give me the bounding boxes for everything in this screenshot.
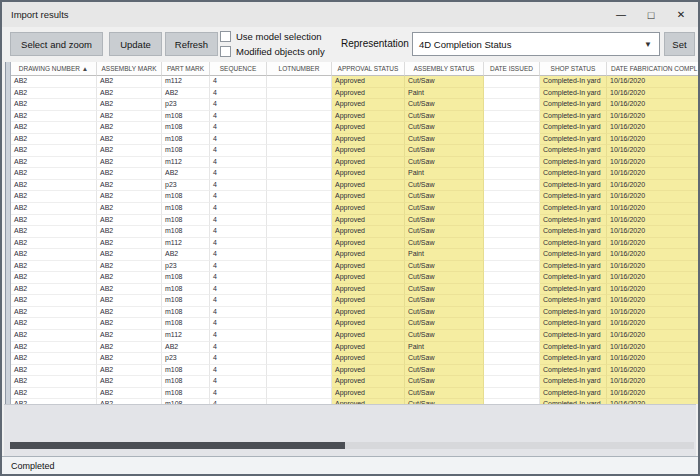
table-row[interactable]: AB2AB2m1084ApprovedCut/SawCompleted-In y… bbox=[11, 122, 699, 134]
import-results-window: Import results — □ ✕ Select and zoom Upd… bbox=[0, 0, 700, 476]
column-header-part-mark[interactable]: PART MARK bbox=[162, 62, 210, 76]
table-row[interactable]: AB2AB2m1124ApprovedCut/SawCompleted-In y… bbox=[11, 76, 699, 88]
table-row[interactable]: AB2AB2m1084ApprovedCut/SawCompleted-In y… bbox=[11, 272, 699, 284]
cell: 4 bbox=[210, 238, 267, 250]
update-button[interactable]: Update bbox=[109, 32, 162, 56]
close-icon[interactable]: ✕ bbox=[666, 2, 696, 27]
table-row[interactable]: AB2AB2AB24ApprovedPaintCompleted-In yard… bbox=[11, 249, 699, 261]
table-row[interactable]: AB2AB2m1084ApprovedCut/SawCompleted-In y… bbox=[11, 203, 699, 215]
cell bbox=[267, 215, 332, 227]
table-row[interactable]: AB2AB2m1084ApprovedCut/SawCompleted-In y… bbox=[11, 376, 699, 388]
table-row[interactable]: AB2AB2p234ApprovedCut/SawCompleted-In ya… bbox=[11, 180, 699, 192]
column-header-date-issued[interactable]: DATE ISSUED bbox=[484, 62, 540, 76]
cell: Completed-In yard bbox=[540, 226, 607, 238]
table-row[interactable]: AB2AB2m1084ApprovedCut/SawCompleted-In y… bbox=[11, 226, 699, 238]
cell: 4 bbox=[210, 99, 267, 111]
column-header-shop-status[interactable]: SHOP STATUS bbox=[540, 62, 607, 76]
cell: 10/16/2020 bbox=[607, 272, 699, 284]
table-row[interactable]: AB2AB2AB24ApprovedPaintCompleted-In yard… bbox=[11, 342, 699, 354]
cell: Approved bbox=[332, 145, 405, 157]
table-row[interactable]: AB2AB2m1084ApprovedCut/SawCompleted-In y… bbox=[11, 318, 699, 330]
column-header-assembly-status[interactable]: ASSEMBLY STATUS bbox=[405, 62, 484, 76]
select-and-zoom-button[interactable]: Select and zoom bbox=[10, 32, 103, 56]
cell: AB2 bbox=[11, 238, 97, 250]
use-model-selection-checkbox[interactable] bbox=[220, 31, 231, 42]
table-row[interactable]: AB2AB2p234ApprovedCut/SawCompleted-In ya… bbox=[11, 99, 699, 111]
table-row[interactable]: AB2AB2m1124ApprovedCut/SawCompleted-In y… bbox=[11, 330, 699, 342]
cell: 10/16/2020 bbox=[607, 226, 699, 238]
cell: Completed-In yard bbox=[540, 191, 607, 203]
table-row[interactable]: AB2AB2m1124ApprovedCut/SawCompleted-In y… bbox=[11, 238, 699, 250]
column-header-lotnumber[interactable]: LOTNUMBER bbox=[267, 62, 332, 76]
cell: p23 bbox=[162, 180, 210, 192]
cell: 10/16/2020 bbox=[607, 238, 699, 250]
cell: Cut/Saw bbox=[405, 191, 484, 203]
table-row[interactable]: AB2AB2m1084ApprovedCut/SawCompleted-In y… bbox=[11, 284, 699, 296]
cell: Cut/Saw bbox=[405, 284, 484, 296]
cell bbox=[484, 203, 540, 215]
cell: 10/16/2020 bbox=[607, 388, 699, 400]
table-row[interactable]: AB2AB2p234ApprovedCut/SawCompleted-In ya… bbox=[11, 261, 699, 273]
cell bbox=[484, 226, 540, 238]
cell: 4 bbox=[210, 261, 267, 273]
cell: Cut/Saw bbox=[405, 376, 484, 388]
cell: m108 bbox=[162, 134, 210, 146]
column-header-drawing-number[interactable]: DRAWING NUMBER ▲ bbox=[11, 62, 97, 76]
cell: Cut/Saw bbox=[405, 111, 484, 123]
cell: Cut/Saw bbox=[405, 180, 484, 192]
table-row[interactable]: AB2AB2m1084ApprovedCut/SawCompleted-In y… bbox=[11, 307, 699, 319]
cell bbox=[484, 157, 540, 169]
table-row[interactable]: AB2AB2m1084ApprovedCut/SawCompleted-In y… bbox=[11, 215, 699, 227]
horizontal-scrollbar[interactable] bbox=[10, 442, 694, 449]
cell: m108 bbox=[162, 215, 210, 227]
window-controls: — □ ✕ bbox=[606, 2, 696, 27]
cell: Approved bbox=[332, 376, 405, 388]
representation-dropdown[interactable]: 4D Completion Status ▼ bbox=[412, 32, 660, 56]
column-header-approval-status[interactable]: APPROVAL STATUS bbox=[332, 62, 405, 76]
table-row[interactable]: AB2AB2m1084ApprovedCut/SawCompleted-In y… bbox=[11, 388, 699, 400]
column-header-assembly-mark[interactable]: ASSEMBLY MARK bbox=[97, 62, 162, 76]
cell bbox=[267, 295, 332, 307]
table-row[interactable]: AB2AB2m1084ApprovedCut/SawCompleted-In y… bbox=[11, 111, 699, 123]
table-row[interactable]: AB2AB2AB24ApprovedPaintCompleted-In yard… bbox=[11, 88, 699, 100]
cell bbox=[267, 249, 332, 261]
cell: Approved bbox=[332, 353, 405, 365]
table-row[interactable]: AB2AB2m1084ApprovedCut/SawCompleted-In y… bbox=[11, 191, 699, 203]
cell: m108 bbox=[162, 376, 210, 388]
cell: AB2 bbox=[97, 134, 162, 146]
cell: Approved bbox=[332, 261, 405, 273]
cell bbox=[484, 122, 540, 134]
cell: Completed-In yard bbox=[540, 157, 607, 169]
cell: Approved bbox=[332, 203, 405, 215]
table-row[interactable]: AB2AB2m1084ApprovedCut/SawCompleted-In y… bbox=[11, 295, 699, 307]
cell: AB2 bbox=[97, 88, 162, 100]
cell bbox=[484, 76, 540, 88]
table-row[interactable]: AB2AB2AB24ApprovedPaintCompleted-In yard… bbox=[11, 168, 699, 180]
table-row[interactable]: AB2AB2m1084ApprovedCut/SawCompleted-In y… bbox=[11, 145, 699, 157]
cell: 4 bbox=[210, 376, 267, 388]
set-button[interactable]: Set bbox=[664, 32, 695, 56]
modified-objects-only-checkbox[interactable] bbox=[220, 46, 231, 57]
cell: Approved bbox=[332, 238, 405, 250]
table-row[interactable]: AB2AB2p234ApprovedCut/SawCompleted-In ya… bbox=[11, 353, 699, 365]
cell: 4 bbox=[210, 145, 267, 157]
column-header-sequence[interactable]: SEQUENCE bbox=[210, 62, 267, 76]
column-header-date-fabrication-compl[interactable]: DATE FABRICATION COMPL bbox=[607, 62, 699, 76]
minimize-icon[interactable]: — bbox=[606, 2, 636, 27]
table-row[interactable]: AB2AB2m1084ApprovedCut/SawCompleted-In y… bbox=[11, 365, 699, 377]
cell: AB2 bbox=[11, 249, 97, 261]
cell bbox=[267, 376, 332, 388]
cell bbox=[267, 180, 332, 192]
cell: Completed-In yard bbox=[540, 238, 607, 250]
cell: AB2 bbox=[97, 238, 162, 250]
representation-value: 4D Completion Status bbox=[419, 39, 511, 50]
horizontal-scrollbar-thumb[interactable] bbox=[10, 442, 345, 449]
maximize-icon[interactable]: □ bbox=[636, 2, 666, 27]
cell bbox=[484, 145, 540, 157]
table-row[interactable]: AB2AB2m1084ApprovedCut/SawCompleted-In y… bbox=[11, 134, 699, 146]
cell: m112 bbox=[162, 330, 210, 342]
cell bbox=[267, 353, 332, 365]
refresh-button[interactable]: Refresh bbox=[165, 32, 218, 56]
table-row[interactable]: AB2AB2m1124ApprovedCut/SawCompleted-In y… bbox=[11, 157, 699, 169]
cell bbox=[484, 353, 540, 365]
